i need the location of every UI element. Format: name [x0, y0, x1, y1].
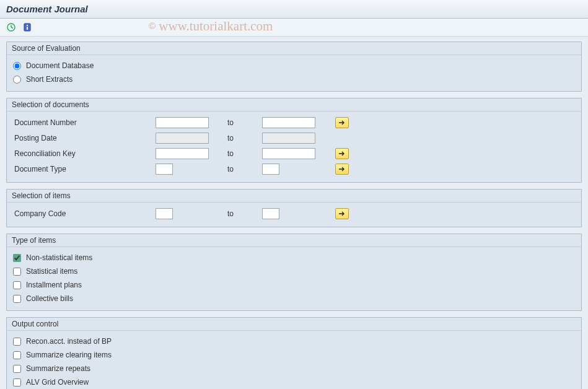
- reconciliation-key-from[interactable]: [156, 148, 209, 159]
- document-type-from[interactable]: [156, 164, 173, 175]
- checkbox-statistical[interactable]: [13, 268, 21, 276]
- document-type-to[interactable]: [262, 164, 279, 175]
- label-posting-date: Posting Date: [13, 134, 156, 142]
- checkbox-installment[interactable]: [13, 281, 21, 289]
- page-title: Document Journal: [6, 4, 582, 14]
- to-label: to: [227, 134, 244, 142]
- checkbox-alv-grid[interactable]: [13, 378, 21, 387]
- reconciliation-key-to[interactable]: [262, 148, 315, 159]
- svg-line-2: [11, 27, 13, 28]
- to-label: to: [227, 149, 244, 158]
- group-title: Type of items: [7, 234, 581, 247]
- document-number-from[interactable]: [156, 117, 209, 128]
- document-number-to[interactable]: [262, 117, 315, 128]
- execute-button[interactable]: [5, 21, 17, 33]
- checkbox-label: ALV Grid Overview: [24, 378, 89, 387]
- to-label: to: [227, 165, 244, 173]
- checkbox-label: Non-statistical items: [24, 253, 92, 262]
- group-title: Selection of items: [7, 190, 581, 203]
- title-bar: Document Journal: [0, 0, 588, 19]
- checkbox-recon-acct[interactable]: [13, 338, 21, 346]
- arrow-right-icon: [338, 211, 346, 217]
- multi-select-button[interactable]: [335, 208, 349, 219]
- info-icon: [22, 22, 32, 32]
- radio-short-extracts[interactable]: [13, 76, 21, 84]
- radio-label: Document Database: [24, 61, 94, 70]
- multi-select-button[interactable]: [335, 148, 349, 159]
- svg-rect-5: [27, 27, 28, 30]
- arrow-right-icon: [338, 120, 346, 126]
- to-label: to: [227, 118, 244, 127]
- multi-select-button[interactable]: [335, 164, 349, 175]
- radio-document-database[interactable]: [13, 62, 21, 70]
- checkbox-nonstatistical[interactable]: [13, 254, 21, 262]
- label-document-type: Document Type: [13, 165, 156, 173]
- group-source-evaluation: Source of Evaluation Document Database S…: [6, 42, 582, 92]
- group-output-control: Output control Recon.acct. instead of BP…: [6, 317, 582, 389]
- label-reconciliation-key: Reconciliation Key: [13, 149, 156, 158]
- label-company-code: Company Code: [13, 209, 156, 218]
- posting-date-to[interactable]: [262, 133, 315, 144]
- label-document-number: Document Number: [13, 118, 156, 127]
- arrow-right-icon: [338, 151, 346, 157]
- group-selection-items: Selection of items Company Code to: [6, 189, 582, 227]
- checkbox-collective[interactable]: [13, 295, 21, 303]
- checkbox-label: Summarize clearing items: [24, 351, 112, 359]
- radio-label: Short Extracts: [24, 75, 72, 84]
- group-selection-documents: Selection of documents Document Number t…: [6, 98, 582, 183]
- toolbar: [0, 19, 588, 37]
- checkbox-label: Statistical items: [24, 267, 77, 276]
- arrow-right-icon: [338, 166, 346, 172]
- group-title: Source of Evaluation: [7, 42, 581, 55]
- to-label: to: [227, 209, 244, 218]
- checkbox-label: Installment plans: [24, 281, 82, 289]
- group-title: Selection of documents: [7, 98, 581, 111]
- group-type-items: Type of items Non-statistical items Stat…: [6, 234, 582, 311]
- multi-select-button[interactable]: [335, 117, 349, 128]
- checkbox-label: Recon.acct. instead of BP: [24, 337, 112, 346]
- group-title: Output control: [7, 318, 581, 331]
- checkbox-summarize-clearing[interactable]: [13, 351, 21, 359]
- clock-execute-icon: [6, 22, 16, 32]
- checkbox-label: Collective bills: [24, 294, 73, 303]
- info-button[interactable]: [21, 21, 33, 33]
- posting-date-from[interactable]: [156, 133, 209, 144]
- svg-rect-4: [27, 25, 28, 26]
- checkbox-summarize-repeats[interactable]: [13, 365, 21, 373]
- company-code-from[interactable]: [156, 208, 173, 219]
- company-code-to[interactable]: [262, 208, 279, 219]
- checkbox-label: Summarize repeats: [24, 364, 90, 373]
